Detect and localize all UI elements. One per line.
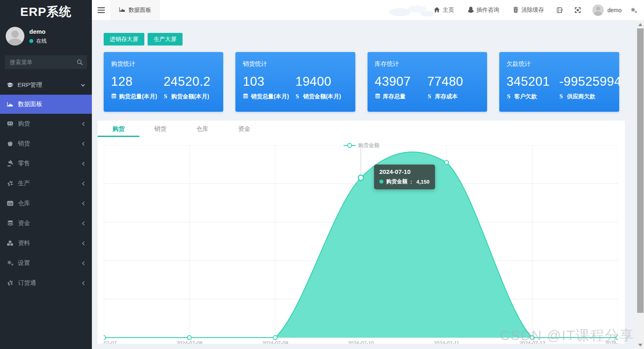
svg-text:2024-07-12: 2024-07-12 <box>519 340 545 344</box>
stat-card-inventory: 库存统计 43907 库存总量 77480 S库存成本 <box>368 52 487 112</box>
top-navbar: 数据面板 主页 插件咨询 <box>92 0 644 20</box>
chevron-left-icon <box>81 201 85 206</box>
search-input[interactable] <box>5 55 87 69</box>
sidebar-item-settings[interactable]: 设置 <box>0 253 92 273</box>
nav-clear-cache-link[interactable]: 清除缓存 <box>506 0 551 20</box>
card-label-text: 供应商欠款 <box>567 93 595 100</box>
money-icon: S <box>507 93 512 100</box>
svg-text:2024-07-09: 2024-07-09 <box>262 340 288 344</box>
money-icon: S <box>163 93 169 100</box>
nav-home-label: 主页 <box>443 7 454 14</box>
card-label-text: 销货总量(本月) <box>251 93 289 100</box>
tab-dashboard-label: 数据面板 <box>128 7 151 14</box>
svg-text:S: S <box>507 93 510 99</box>
search-icon[interactable] <box>76 59 83 65</box>
sidebar-item-label: 生产 <box>18 180 30 187</box>
user-status: 在线 <box>29 37 47 45</box>
gear-icon[interactable] <box>627 0 644 20</box>
card-label-text: 销货金额(本月) <box>303 93 341 100</box>
purchase-amount-chart[interactable]: 2024-07-072024-07-082024-07-092024-07-10… <box>104 145 618 344</box>
invoicing-bigscreen-button[interactable]: 进销存大屏 <box>104 33 144 46</box>
tab-sales[interactable]: 销货 <box>139 121 181 137</box>
avatar[interactable] <box>6 27 24 46</box>
sidebar: ERP系统 demo 在线 ERP管理 <box>0 0 92 349</box>
database-icon <box>111 93 117 100</box>
cs-badge-icon: CS <box>7 201 14 206</box>
sidebar-item-funds[interactable]: 资金 <box>0 213 92 233</box>
qq-icon <box>468 7 474 14</box>
chevron-left-icon <box>81 181 85 186</box>
sidebar-item-purchase[interactable]: 购货 <box>0 114 92 134</box>
card-title: 欠款统计 <box>507 60 612 68</box>
chevron-left-icon <box>81 161 85 166</box>
sidebar-item-label: 设置 <box>18 259 30 267</box>
sidebar-item-label: 零售 <box>18 160 30 167</box>
chevron-left-icon <box>81 121 85 126</box>
nav-plugin-link[interactable]: 插件咨询 <box>461 0 506 20</box>
nav-clear-cache-label: 清除缓存 <box>521 7 544 14</box>
money-icon: S <box>559 93 564 100</box>
fullscreen-icon[interactable] <box>569 0 587 20</box>
tab-purchase[interactable]: 购货 <box>98 121 139 137</box>
card-title: 购货统计 <box>111 60 216 68</box>
user-name: demo <box>29 28 47 35</box>
svg-text:2024-07-11: 2024-07-11 <box>434 340 459 344</box>
stat-card-sales: 销货统计 103 销货总量(本月) 19400 S销货金额(本月) <box>235 52 355 112</box>
nav-home-link[interactable]: 主页 <box>427 0 461 20</box>
sidebar-item-label: 资料 <box>18 239 30 247</box>
svg-text:2024-07-08: 2024-07-08 <box>176 340 202 344</box>
gavel-icon <box>7 160 14 167</box>
sidebar-search <box>5 55 87 69</box>
svg-text:S: S <box>164 93 167 99</box>
card-value: -99525994 <box>559 74 612 89</box>
chart-panel: 购货 销货 仓库 资金 2024-07-072024-07-082024-07-… <box>98 121 625 344</box>
sidebar-item-data[interactable]: 资料 <box>0 233 92 253</box>
card-title: 销货统计 <box>243 60 348 68</box>
nav-user-menu[interactable]: demo <box>587 4 627 16</box>
sidebar-item-sales[interactable]: 销货 <box>0 134 92 154</box>
svg-text:2024-07-10: 2024-07-10 <box>348 340 374 344</box>
sidebar-item-production[interactable]: 生产 <box>0 173 92 193</box>
scroll-down-arrow-icon[interactable] <box>637 342 644 348</box>
chart-area[interactable]: 2024-07-072024-07-082024-07-092024-07-10… <box>98 137 625 344</box>
stat-card-purchase: 购货统计 128 购货总量(本月) 24520.2 S购货金额(本月) <box>104 52 223 112</box>
sidebar-item-label: 数据面板 <box>18 100 42 108</box>
scrollbar-thumb[interactable] <box>637 28 644 313</box>
sidebar-item-warehouse[interactable]: CS 仓库 <box>0 193 92 213</box>
sidebar-item-label: 订货通 <box>18 279 36 287</box>
card-label-text: 购货金额(本月) <box>171 93 209 100</box>
tab-funds[interactable]: 资金 <box>223 121 265 137</box>
svg-text:CS: CS <box>8 202 12 206</box>
online-status-dot-icon <box>29 39 33 43</box>
trash-icon <box>513 7 518 14</box>
language-book-icon[interactable]: A <box>551 0 569 20</box>
sidebar-item-retail[interactable]: 零售 <box>0 154 92 173</box>
legend-marker-icon <box>344 143 356 148</box>
sidebar-section-label: ERP管理 <box>17 81 42 89</box>
tab-dashboard[interactable]: 数据面板 <box>111 0 160 20</box>
sidebar-item-ordering[interactable]: 订货通 <box>0 273 92 293</box>
home-icon <box>434 7 440 14</box>
tab-warehouse[interactable]: 仓库 <box>181 121 223 137</box>
card-value: 19400 <box>295 74 348 89</box>
chevron-left-icon <box>81 261 85 266</box>
sidebar-item-dashboard[interactable]: 数据面板 <box>0 95 92 114</box>
production-bigscreen-button[interactable]: 生产大屏 <box>148 33 183 46</box>
card-label-text: 客户欠款 <box>514 93 537 100</box>
svg-text:A: A <box>559 9 561 11</box>
chevron-left-icon <box>81 221 85 226</box>
database-icon <box>375 93 381 100</box>
chevron-left-icon <box>81 241 85 246</box>
nav-user-name: demo <box>607 7 622 13</box>
scroll-up-arrow-icon[interactable] <box>637 21 644 28</box>
database-icon <box>243 93 248 100</box>
hamburger-menu-icon[interactable] <box>92 0 111 20</box>
vertical-scrollbar[interactable] <box>637 20 644 349</box>
svg-text:S: S <box>428 93 431 99</box>
chart-legend[interactable]: 购货金额 <box>344 142 379 149</box>
main-area: 数据面板 主页 插件咨询 <box>92 0 644 349</box>
sidebar-item-label: 资金 <box>18 219 30 227</box>
nav-avatar <box>592 4 604 16</box>
sidebar-section-erp[interactable]: ERP管理 <box>0 76 92 95</box>
apple-icon <box>7 141 14 147</box>
